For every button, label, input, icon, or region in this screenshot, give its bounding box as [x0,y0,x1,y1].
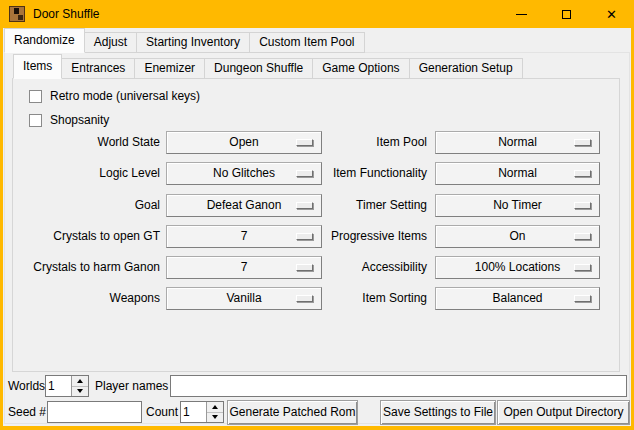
worlds-input[interactable] [46,376,71,396]
tab-entrances[interactable]: Entrances [61,58,135,79]
retro-mode-label: Retro mode (universal keys) [50,88,200,105]
retro-mode-checkbox[interactable] [29,90,42,103]
tab-custom-item-pool[interactable]: Custom Item Pool [249,32,364,53]
weapons-dropdown[interactable]: Vanilla [166,287,322,310]
maximize-button[interactable] [544,0,589,28]
tab-game-options[interactable]: Game Options [312,58,409,79]
tab-adjust[interactable]: Adjust [84,32,137,53]
close-button[interactable]: ✕ [589,0,634,28]
door-slot-detail [14,8,19,14]
logic-level-label: Logic Level [8,162,160,185]
item-functionality-label: Item Functionality [320,162,427,185]
save-settings-button[interactable]: Save Settings to File [380,400,496,425]
app-window: Door Shuffle ✕ Randomize Adjust Starting… [0,0,634,430]
world-state-row: World State Open [8,131,322,154]
logic-level-row: Logic Level No Glitches [8,162,322,185]
logic-level-value: No Glitches [213,166,275,180]
count-label: Count [146,401,178,423]
world-state-dropdown[interactable]: Open [166,131,322,154]
timer-setting-label: Timer Setting [320,194,427,217]
world-state-label: World State [8,131,160,154]
item-sorting-dropdown[interactable]: Balanced [435,287,600,310]
arrow-down-icon [212,415,218,419]
accessibility-dropdown[interactable]: 100% Locations [435,256,600,279]
door-plate-detail [18,15,23,20]
timer-setting-dropdown[interactable]: No Timer [435,194,600,217]
retro-mode-option: Retro mode (universal keys) [29,88,200,105]
dropdown-indicator-icon [574,170,591,177]
logic-level-dropdown[interactable]: No Glitches [166,162,322,185]
timer-setting-value: No Timer [493,198,542,212]
crystals-ganon-value: 7 [241,260,248,274]
item-functionality-dropdown[interactable]: Normal [435,162,600,185]
item-pool-dropdown[interactable]: Normal [435,131,600,154]
item-pool-label: Item Pool [320,131,427,154]
crystals-ganon-label: Crystals to harm Ganon [8,256,160,279]
tab-dungeon-shuffle[interactable]: Dungeon Shuffle [204,58,313,79]
titlebar: Door Shuffle ✕ [0,0,634,28]
dropdown-indicator-icon [574,264,591,271]
shopsanity-label: Shopsanity [50,112,109,129]
goal-row: Goal Defeat Ganon [8,194,322,217]
tab-starting-inventory[interactable]: Starting Inventory [136,32,250,53]
goal-dropdown[interactable]: Defeat Ganon [166,194,322,217]
weapons-label: Weapons [8,287,160,310]
arrow-up-icon [212,405,218,409]
seed-label: Seed # [8,401,46,423]
player-names-input[interactable] [170,375,627,397]
count-spinbox [180,401,224,423]
maximize-icon [562,10,571,19]
progressive-items-value: On [509,229,525,243]
weapons-value: Vanilla [226,291,261,305]
worlds-label: Worlds [8,375,45,397]
open-output-directory-button[interactable]: Open Output Directory [497,400,630,425]
main-tab-bar: Randomize Adjust Starting Inventory Cust… [4,30,364,53]
tab-items[interactable]: Items [13,54,62,79]
player-names-label: Player names [95,375,168,397]
dropdown-indicator-icon [574,139,591,146]
dropdown-indicator-icon [574,233,591,240]
count-spin-down-button[interactable] [207,412,223,423]
timer-setting-row: Timer Setting No Timer [320,194,600,217]
dropdown-indicator-icon [296,202,313,209]
crystals-gt-row: Crystals to open GT 7 [8,225,322,248]
accessibility-label: Accessibility [320,256,427,279]
accessibility-row: Accessibility 100% Locations [320,256,600,279]
dropdown-indicator-icon [574,202,591,209]
crystals-ganon-row: Crystals to harm Ganon 7 [8,256,322,279]
worlds-spin-up-button[interactable] [72,376,88,386]
generate-patched-rom-button[interactable]: Generate Patched Rom [227,400,358,425]
dropdown-indicator-icon [296,170,313,177]
minimize-button[interactable] [499,0,544,28]
progressive-items-dropdown[interactable]: On [435,225,600,248]
progressive-items-row: Progressive Items On [320,225,600,248]
crystals-gt-dropdown[interactable]: 7 [166,225,322,248]
sub-tab-bar: Items Entrances Enemizer Dungeon Shuffle… [13,56,522,79]
door-app-icon [9,6,25,22]
count-input[interactable] [181,402,206,422]
item-sorting-label: Item Sorting [320,287,427,310]
crystals-ganon-dropdown[interactable]: 7 [166,256,322,279]
shopsanity-option: Shopsanity [29,112,109,129]
arrow-up-icon [77,379,83,383]
item-pool-value: Normal [498,135,537,149]
arrow-down-icon [77,389,83,393]
goal-label: Goal [8,194,160,217]
tab-randomize[interactable]: Randomize [4,28,85,53]
dropdown-indicator-icon [296,233,313,240]
item-sorting-value: Balanced [492,291,542,305]
seed-input[interactable] [47,401,142,423]
item-functionality-value: Normal [498,166,537,180]
dropdown-indicator-icon [296,139,313,146]
shopsanity-checkbox[interactable] [29,114,42,127]
tab-enemizer[interactable]: Enemizer [134,58,205,79]
progressive-items-label: Progressive Items [320,225,427,248]
goal-value: Defeat Ganon [207,198,282,212]
item-sorting-row: Item Sorting Balanced [320,287,600,310]
crystals-gt-label: Crystals to open GT [8,225,160,248]
worlds-spin-down-button[interactable] [72,386,88,397]
tab-generation-setup[interactable]: Generation Setup [409,58,523,79]
window-controls: ✕ [499,0,634,28]
count-spin-up-button[interactable] [207,402,223,412]
dropdown-indicator-icon [296,264,313,271]
